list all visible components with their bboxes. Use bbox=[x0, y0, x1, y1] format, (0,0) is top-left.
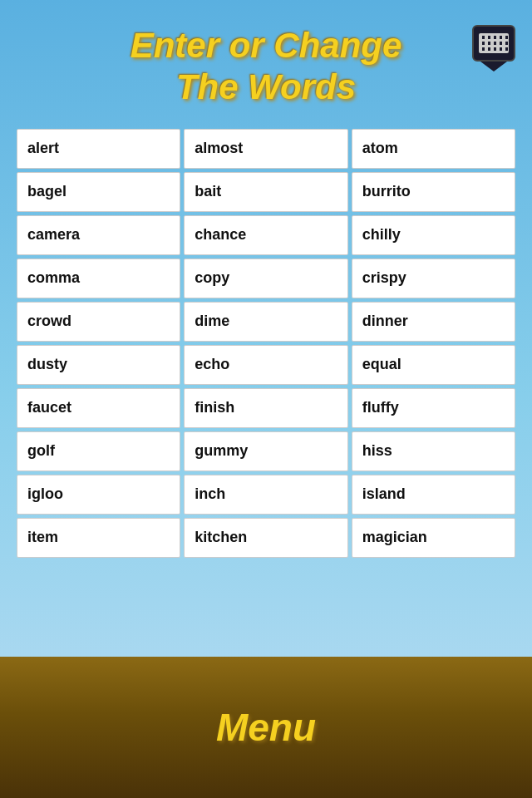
word-cell-6-0[interactable]: faucet bbox=[17, 388, 180, 428]
word-cell-2-0[interactable]: camera bbox=[17, 215, 180, 255]
word-cell-0-0[interactable]: alert bbox=[17, 129, 180, 169]
word-cell-5-0[interactable]: dusty bbox=[17, 345, 180, 385]
word-cell-1-0[interactable]: bagel bbox=[17, 172, 180, 212]
word-cell-1-2[interactable]: burrito bbox=[352, 172, 515, 212]
word-cell-4-0[interactable]: crowd bbox=[17, 302, 180, 342]
title-container: Enter or Change The Words bbox=[131, 25, 402, 109]
word-row-5: dustyechoequal bbox=[17, 345, 515, 385]
word-cell-0-2[interactable]: atom bbox=[352, 129, 515, 169]
word-row-3: commacopycrispy bbox=[17, 259, 515, 298]
word-cell-4-1[interactable]: dime bbox=[184, 302, 347, 342]
word-cell-7-0[interactable]: golf bbox=[17, 431, 180, 471]
word-cell-8-1[interactable]: inch bbox=[184, 475, 347, 515]
keyboard-icon-triangle bbox=[480, 62, 507, 71]
keyboard-icon-button[interactable] bbox=[472, 25, 515, 62]
word-row-8: iglooinchisland bbox=[17, 475, 515, 515]
word-cell-5-2[interactable]: equal bbox=[352, 345, 515, 385]
word-grid: alertalmostatombagelbaitburritocameracha… bbox=[17, 129, 515, 558]
word-row-1: bagelbaitburrito bbox=[17, 172, 515, 212]
word-cell-6-2[interactable]: fluffy bbox=[352, 388, 515, 428]
word-cell-0-1[interactable]: almost bbox=[184, 129, 347, 169]
word-cell-8-0[interactable]: igloo bbox=[17, 475, 180, 515]
word-cell-3-2[interactable]: crispy bbox=[352, 259, 515, 298]
word-row-4: crowddimedinner bbox=[17, 302, 515, 342]
word-row-0: alertalmostatom bbox=[17, 129, 515, 169]
word-cell-9-2[interactable]: magician bbox=[352, 518, 515, 558]
main-area: Enter or Change The Words alertalmostato… bbox=[0, 0, 532, 657]
word-cell-2-2[interactable]: chilly bbox=[352, 215, 515, 255]
word-cell-8-2[interactable]: island bbox=[352, 475, 515, 515]
word-row-9: itemkitchenmagician bbox=[17, 518, 515, 558]
bottom-bar: Menu bbox=[0, 657, 532, 798]
word-cell-9-0[interactable]: item bbox=[17, 518, 180, 558]
word-cell-7-1[interactable]: gummy bbox=[184, 431, 347, 471]
word-row-6: faucetfinishfluffy bbox=[17, 388, 515, 428]
word-cell-5-1[interactable]: echo bbox=[184, 345, 347, 385]
word-cell-7-2[interactable]: hiss bbox=[352, 431, 515, 471]
word-cell-4-2[interactable]: dinner bbox=[352, 302, 515, 342]
word-row-2: camerachancechilly bbox=[17, 215, 515, 255]
word-cell-9-1[interactable]: kitchen bbox=[184, 518, 347, 558]
word-cell-6-1[interactable]: finish bbox=[184, 388, 347, 428]
word-cell-3-1[interactable]: copy bbox=[184, 259, 347, 298]
word-cell-2-1[interactable]: chance bbox=[184, 215, 347, 255]
word-cell-3-0[interactable]: comma bbox=[17, 259, 180, 298]
page-title: Enter or Change The Words bbox=[131, 25, 402, 109]
word-cell-1-1[interactable]: bait bbox=[184, 172, 347, 212]
menu-button[interactable]: Menu bbox=[216, 705, 316, 750]
word-row-7: golfgummyhiss bbox=[17, 431, 515, 471]
